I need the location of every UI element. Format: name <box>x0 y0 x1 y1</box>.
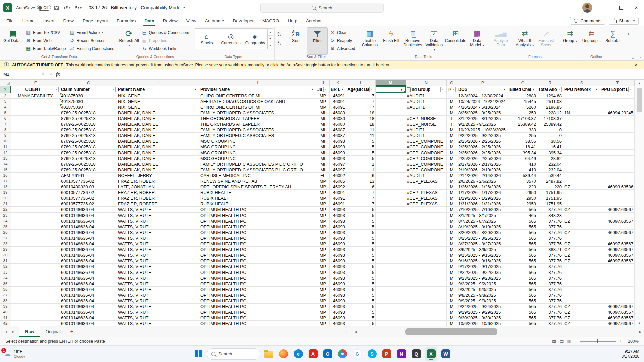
cell-I4[interactable]: CHIRO ONE CENTERS OF MI <box>199 104 316 110</box>
cell-H14[interactable]: DANEILAK, DANIEL <box>117 161 199 167</box>
analyze-data-button[interactable]: ▂▄▆Analyze Data <box>490 27 511 55</box>
cell-K8[interactable]: 46087 <box>330 127 346 133</box>
cell-J2[interactable]: MP <box>316 93 330 99</box>
cell-I6[interactable]: THE ORCHARDS AT LAPEER <box>199 116 316 121</box>
cell-S3[interactable] <box>563 99 600 104</box>
cell-O6[interactable]: I <box>447 116 457 121</box>
cell-K31[interactable]: 46093 <box>330 258 346 264</box>
cell-P14[interactable]: 2/17/2026 - 2/17/2026 <box>457 161 508 167</box>
cell-L2[interactable]: 7 <box>346 93 376 99</box>
cell-I24[interactable]: OPTIMUM HEALTH PC <box>199 218 316 224</box>
cell-P8[interactable]: 10/23/2025 - 10/23/2025 <box>457 127 508 133</box>
filter-dropdown-G[interactable]: ▾ <box>111 87 116 92</box>
header-cell-J[interactable]: Ju▾ <box>316 86 330 93</box>
cell-H6[interactable]: DANEILAK, DANIEL <box>117 116 199 121</box>
row-header-6[interactable]: 6 <box>0 116 11 121</box>
gallery-down-icon[interactable]: ▼ <box>268 36 273 42</box>
sort-ascending-button[interactable]: AZ↓ <box>276 30 284 38</box>
cell-G35[interactable]: 60010148636-04 <box>60 281 117 287</box>
chrome-icon[interactable] <box>336 347 349 361</box>
sheet-prev-icon[interactable]: ◂ <box>5 329 7 334</box>
filter-dropdown-F[interactable]: ▾ <box>54 87 59 92</box>
cell-L34[interactable]: 5 <box>346 275 376 281</box>
formula-bar-expand-icon[interactable]: ⌄ <box>633 72 644 76</box>
cell-S37[interactable] <box>563 292 600 298</box>
zoom-slider-thumb[interactable] <box>597 339 598 343</box>
titlebar-search[interactable]: Search <box>260 3 384 13</box>
cell-H5[interactable]: DANEILAK, DANIEL <box>117 110 199 116</box>
cell-T30[interactable]: 46097.63567 <box>600 252 635 258</box>
cell-M24[interactable] <box>376 218 406 224</box>
horizontal-scroll-track[interactable] <box>360 326 636 337</box>
cell-J41[interactable]: MP <box>316 315 330 321</box>
cell-S10[interactable] <box>563 138 600 144</box>
cell-M4[interactable] <box>376 104 406 110</box>
cell-S36[interactable] <box>563 287 600 292</box>
cell-K17[interactable]: 46085 <box>330 178 346 184</box>
cell-Q40[interactable]: 565 <box>508 309 537 315</box>
cell-M12[interactable] <box>376 150 406 156</box>
cell-H42[interactable]: WATTS, VIRUTH <box>117 321 199 326</box>
collapse-ribbon-icon[interactable]: ⌄ <box>639 55 642 59</box>
cell-O27[interactable]: M <box>447 235 457 241</box>
scroll-right-icon[interactable]: ▶ <box>636 330 644 334</box>
cell-R31[interactable]: 377.76 <box>537 258 563 264</box>
cell-I2[interactable]: CHIRO ONE CENTERS OF MI <box>199 93 316 99</box>
cell-G3[interactable]: 401875030 <box>60 99 117 104</box>
cell-M33[interactable] <box>376 269 406 275</box>
cell-S14[interactable] <box>563 161 600 167</box>
filter-dropdown-K[interactable]: ▾ <box>340 87 345 92</box>
cell-O14[interactable]: M <box>447 161 457 167</box>
cell-K25[interactable]: 46093 <box>330 224 346 230</box>
cell-O29[interactable]: M <box>447 247 457 252</box>
advanced-button[interactable]: ⚙Advanced <box>328 45 356 52</box>
cell-Q30[interactable]: 565 <box>508 252 537 258</box>
new-sheet-button[interactable]: + <box>66 326 78 337</box>
cell-F30[interactable] <box>11 252 60 258</box>
cell-S22[interactable]: CZ <box>563 207 600 213</box>
cell-S5[interactable]: 1N <box>563 110 600 116</box>
stocks-tile[interactable]: ⌂Stocks <box>195 29 219 49</box>
cell-P17[interactable]: 2/6/2026 - 2/6/2026 <box>457 178 508 184</box>
cell-M17[interactable] <box>376 178 406 184</box>
cell-L4[interactable]: 7 <box>346 104 376 110</box>
cell-M6[interactable] <box>376 116 406 121</box>
cell-P30[interactable]: 9/15/2025 - 9/15/2025 <box>457 252 508 258</box>
cell-I37[interactable]: OPTIMUM HEALTH PC <box>199 292 316 298</box>
cell-K3[interactable]: 46091 <box>330 99 346 104</box>
cell-K33[interactable]: 46093 <box>330 269 346 275</box>
page-layout-view-icon[interactable]: ▤ <box>559 339 564 344</box>
cell-I12[interactable]: MSC GROUP INC <box>199 150 316 156</box>
sheet-tab-raw[interactable]: Raw <box>19 326 40 337</box>
cell-I30[interactable]: OPTIMUM HEALTH PC <box>199 252 316 258</box>
currencies-tile[interactable]: ◎Currencies <box>219 29 243 49</box>
cell-Q41[interactable]: 565 <box>508 315 537 321</box>
cell-O7[interactable]: I <box>447 121 457 127</box>
cell-P10[interactable]: 2/25/2026 - 2/25/2026 <box>457 138 508 144</box>
cell-Q39[interactable]: 565 <box>508 304 537 309</box>
cell-G32[interactable]: 60010148636-04 <box>60 264 117 269</box>
cell-I17[interactable]: RENEW SPINE AND REHAB <box>199 178 316 184</box>
cell-K42[interactable]: 46093 <box>330 321 346 326</box>
cell-R25[interactable]: 377.76 <box>537 224 563 230</box>
cell-N32[interactable] <box>406 264 447 269</box>
cell-J36[interactable]: MP <box>316 287 330 292</box>
onenote-icon[interactable]: N <box>395 347 408 361</box>
scroll-left-icon[interactable]: ◀ <box>352 330 360 334</box>
cell-S29[interactable]: CZ <box>563 247 600 252</box>
cell-O33[interactable]: M <box>447 269 457 275</box>
cell-I3[interactable]: AFFILIATED DIAGNOSTICS OF OAKLAND <box>199 99 316 104</box>
cell-K26[interactable]: 46093 <box>330 230 346 235</box>
cell-I22[interactable]: OPTIMUM HEALTH PC <box>199 207 316 213</box>
cell-G25[interactable]: 60010148636-04 <box>60 224 117 230</box>
cell-O34[interactable]: M <box>447 275 457 281</box>
cell-T12[interactable] <box>600 150 635 156</box>
cell-L12[interactable]: 5 <box>346 150 376 156</box>
cell-R3[interactable]: 2511.08 <box>537 99 563 104</box>
cell-H29[interactable]: WATTS, VIRUTH <box>117 247 199 252</box>
cell-R33[interactable]: 377.76 <box>537 269 563 275</box>
tab-page-layout[interactable]: Page Layout <box>78 15 112 26</box>
cell-G17[interactable]: 60010577736-02 <box>60 178 117 184</box>
cell-I32[interactable]: OPTIMUM HEALTH PC <box>199 264 316 269</box>
cell-O13[interactable]: M <box>447 156 457 161</box>
